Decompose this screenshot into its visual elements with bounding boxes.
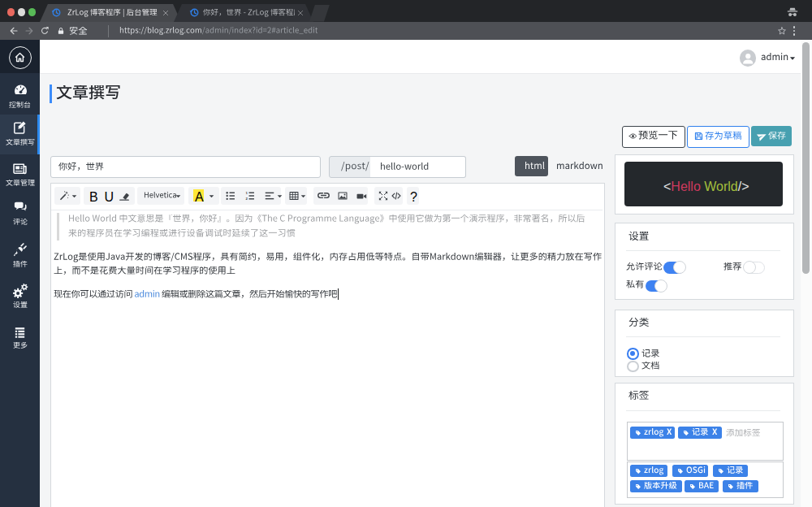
- svg-text:1: 1: [246, 190, 248, 194]
- svg-text:2: 2: [246, 197, 248, 201]
